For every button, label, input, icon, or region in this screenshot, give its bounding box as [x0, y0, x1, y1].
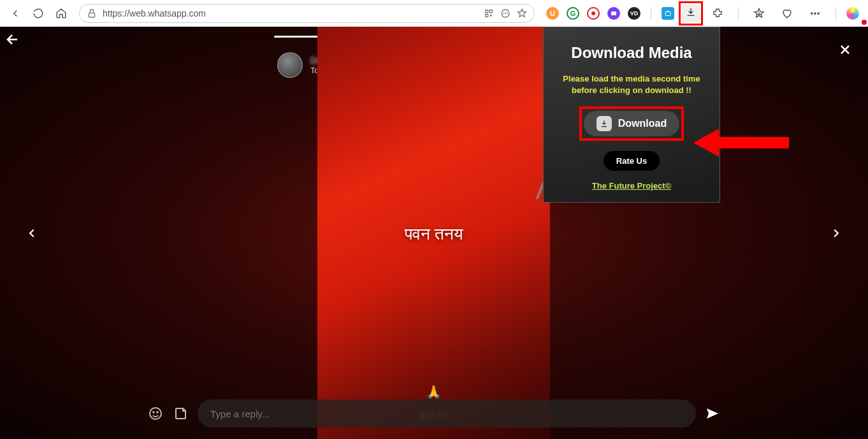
reply-bar [147, 399, 721, 428]
svg-point-11 [818, 12, 819, 13]
rate-us-button[interactable]: Rate Us [604, 151, 660, 171]
story-media: पवन तनय 🙏 @sai_bht [317, 27, 550, 439]
svg-point-9 [811, 12, 813, 13]
ext-purple-icon[interactable] [607, 7, 620, 20]
ext-vd-icon[interactable]: VD [628, 7, 640, 20]
avatar [277, 52, 303, 78]
download-button-highlight: Download [579, 106, 684, 141]
svg-point-5 [503, 13, 504, 13]
svg-point-7 [507, 13, 507, 13]
ext-u-icon[interactable]: U [546, 7, 559, 20]
download-media-popup: Download Media Please load the media sec… [543, 27, 720, 203]
apps-icon[interactable] [483, 8, 495, 19]
story-caption: पवन तनय [317, 224, 550, 244]
url-text: https://web.whatsapp.com [103, 8, 478, 18]
next-story-button[interactable] [823, 220, 849, 246]
divider [651, 7, 651, 20]
extensions-icon[interactable] [707, 3, 728, 24]
ext-tv-icon[interactable] [662, 7, 674, 20]
heart-icon[interactable] [777, 3, 797, 24]
story-close-button[interactable] [832, 37, 858, 62]
divider [738, 7, 739, 20]
sticker-icon[interactable] [172, 405, 190, 422]
lock-icon [86, 8, 98, 19]
home-button[interactable] [51, 3, 71, 24]
svg-rect-3 [486, 14, 488, 17]
favorite-icon[interactable] [516, 8, 528, 19]
download-button[interactable]: Download [584, 111, 679, 136]
svg-point-6 [505, 13, 506, 13]
download-icon [597, 116, 612, 131]
popup-title: Download Media [571, 44, 691, 62]
send-button[interactable] [704, 405, 721, 422]
address-bar[interactable]: https://web.whatsapp.com [79, 4, 535, 23]
svg-point-14 [157, 412, 158, 413]
favorites-icon[interactable] [749, 3, 769, 24]
browser-toolbar: https://web.whatsapp.com U G VD [0, 0, 868, 27]
future-project-link[interactable]: The Future Project© [592, 181, 671, 191]
status-viewer: Durga Prash Today at 10:24 am पवन तनय 🙏 … [0, 27, 868, 439]
ext-red-icon[interactable] [587, 7, 600, 20]
download-extension-icon[interactable] [682, 4, 700, 22]
svg-rect-8 [665, 11, 670, 15]
prev-story-button[interactable] [19, 220, 45, 246]
ext-g-icon[interactable]: G [567, 7, 579, 20]
svg-point-10 [814, 12, 816, 13]
svg-rect-1 [486, 10, 488, 12]
extension-icons: U G VD [542, 3, 863, 24]
story-back-button[interactable] [0, 27, 25, 52]
menu-icon[interactable] [805, 3, 825, 24]
reply-input[interactable] [198, 399, 696, 428]
divider [835, 7, 836, 20]
popup-warning: Please load the media second time before… [555, 73, 708, 96]
story-emoji: 🙏 [317, 384, 550, 399]
annotation-arrow [693, 124, 789, 164]
back-button[interactable] [5, 3, 25, 24]
download-button-label: Download [618, 118, 667, 129]
svg-point-12 [150, 408, 161, 419]
copilot-icon[interactable] [846, 7, 859, 20]
more-icon[interactable] [500, 8, 511, 19]
svg-rect-2 [489, 10, 492, 12]
refresh-button[interactable] [28, 3, 48, 24]
svg-rect-0 [89, 13, 94, 17]
svg-point-13 [153, 412, 154, 413]
emoji-icon[interactable] [147, 405, 164, 422]
